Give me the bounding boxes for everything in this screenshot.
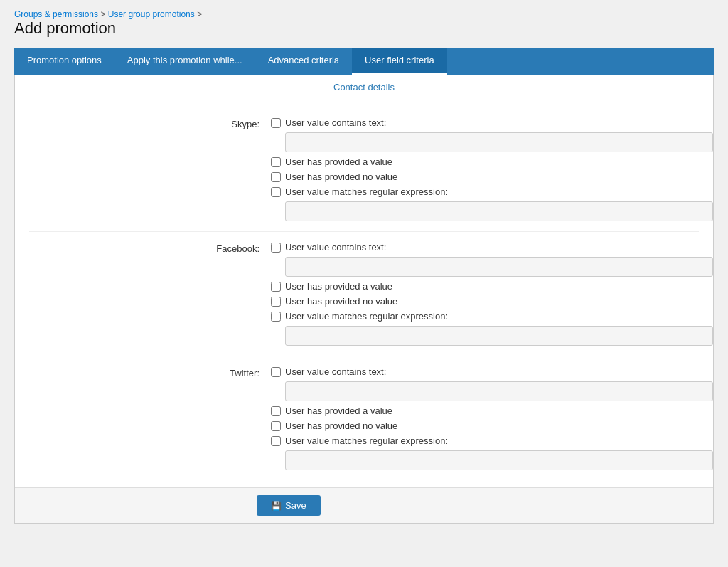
twitter-matches-regex-label: User value matches regular expression:	[285, 435, 448, 446]
twitter-controls: User value contains text: User has provi…	[271, 366, 699, 470]
save-label: Save	[285, 500, 306, 511]
twitter-contains-text-label: User value contains text:	[285, 366, 386, 377]
facebook-controls: User value contains text: User has provi…	[271, 242, 699, 346]
twitter-provided-value-label: User has provided a value	[285, 406, 392, 416]
skype-matches-regex-label: User value matches regular expression:	[285, 186, 448, 197]
skype-label: Skype:	[29, 117, 271, 221]
section-contact-details: Contact details	[15, 75, 713, 100]
facebook-contains-text-row: User value contains text:	[271, 242, 699, 253]
twitter-matches-regex-row: User value matches regular expression:	[271, 435, 699, 446]
twitter-provided-value-checkbox[interactable]	[271, 406, 281, 416]
field-row-facebook: Facebook: User value contains text: User…	[29, 232, 699, 356]
twitter-no-value-row: User has provided no value	[271, 420, 699, 431]
breadcrumb: Groups & permissions > User group promot…	[14, 9, 714, 19]
twitter-no-value-label: User has provided no value	[285, 420, 397, 431]
save-icon: 💾	[271, 501, 282, 511]
field-row-twitter: Twitter: User value contains text: User …	[29, 356, 699, 480]
skype-no-value-label: User has provided no value	[285, 171, 397, 182]
twitter-no-value-checkbox[interactable]	[271, 421, 281, 431]
tabs-bar: Promotion options Apply this promotion w…	[14, 48, 714, 75]
twitter-label: Twitter:	[29, 366, 271, 470]
twitter-provided-value-row: User has provided a value	[271, 406, 699, 416]
tab-apply-while[interactable]: Apply this promotion while...	[114, 48, 255, 75]
page-title: Add promotion	[14, 19, 714, 38]
facebook-no-value-row: User has provided no value	[271, 296, 699, 307]
skype-contains-text-label: User value contains text:	[285, 117, 386, 128]
tab-promotion-options[interactable]: Promotion options	[14, 48, 114, 75]
twitter-contains-text-row: User value contains text:	[271, 366, 699, 377]
tab-user-field-criteria[interactable]: User field criteria	[352, 48, 447, 75]
facebook-matches-regex-row: User value matches regular expression:	[271, 311, 699, 322]
skype-provided-value-label: User has provided a value	[285, 157, 392, 167]
facebook-matches-regex-input[interactable]	[285, 326, 713, 346]
facebook-no-value-label: User has provided no value	[285, 296, 397, 307]
twitter-contains-text-checkbox[interactable]	[271, 367, 281, 377]
facebook-contains-text-label: User value contains text:	[285, 242, 386, 253]
footer-bar: 💾 Save	[15, 487, 713, 523]
skype-contains-text-checkbox[interactable]	[271, 118, 281, 128]
twitter-matches-regex-input[interactable]	[285, 450, 713, 470]
facebook-matches-regex-label: User value matches regular expression:	[285, 311, 448, 322]
facebook-matches-regex-checkbox[interactable]	[271, 312, 281, 322]
twitter-matches-regex-checkbox[interactable]	[271, 436, 281, 446]
twitter-contains-text-input[interactable]	[285, 381, 713, 401]
breadcrumb-groups[interactable]: Groups & permissions	[14, 9, 98, 19]
skype-contains-text-input[interactable]	[285, 132, 713, 152]
field-row-skype: Skype: User value contains text: User ha…	[29, 107, 699, 232]
facebook-no-value-checkbox[interactable]	[271, 297, 281, 307]
facebook-contains-text-input[interactable]	[285, 257, 713, 277]
facebook-contains-text-checkbox[interactable]	[271, 243, 281, 253]
tab-advanced-criteria[interactable]: Advanced criteria	[255, 48, 352, 75]
breadcrumb-promotions[interactable]: User group promotions	[108, 9, 195, 19]
form-body: Skype: User value contains text: User ha…	[15, 100, 713, 487]
skype-matches-regex-row: User value matches regular expression:	[271, 186, 699, 197]
skype-matches-regex-checkbox[interactable]	[271, 187, 281, 197]
skype-no-value-checkbox[interactable]	[271, 172, 281, 182]
skype-provided-value-checkbox[interactable]	[271, 157, 281, 167]
facebook-provided-value-row: User has provided a value	[271, 281, 699, 292]
skype-matches-regex-input[interactable]	[285, 201, 713, 221]
skype-controls: User value contains text: User has provi…	[271, 117, 699, 221]
facebook-label: Facebook:	[29, 242, 271, 346]
facebook-provided-value-checkbox[interactable]	[271, 282, 281, 292]
skype-provided-value-row: User has provided a value	[271, 157, 699, 167]
skype-no-value-row: User has provided no value	[271, 171, 699, 182]
save-button[interactable]: 💾 Save	[257, 495, 321, 516]
facebook-provided-value-label: User has provided a value	[285, 281, 392, 292]
content-area: Contact details Skype: User value contai…	[14, 75, 714, 524]
skype-contains-text-row: User value contains text:	[271, 117, 699, 128]
